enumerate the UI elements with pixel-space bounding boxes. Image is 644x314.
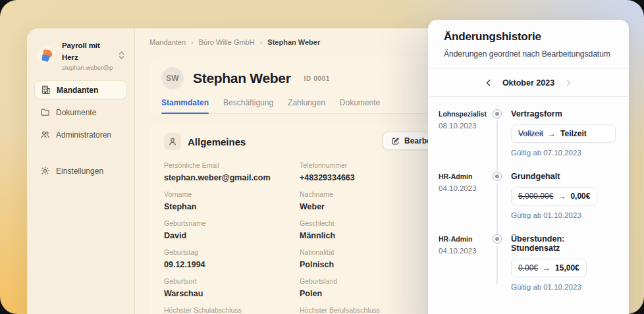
field-geburtstag: Geburtstag 09.12.1994 [164,248,300,269]
app-logo [37,45,57,65]
arrow-right-icon: → [543,263,550,273]
profile-header-card: SW Stephan Weber ID 0001 Stammdaten Besc… [149,57,455,114]
change-value-box: 5,000.00€ → 0,00€ [511,187,597,205]
sidebar-item-label: Mandanten [57,86,98,95]
timeline-line [496,246,498,284]
app-screen: Payroll mit Herz stephan.weber@p... Mand… [0,0,644,314]
history-entries: Lohnspezialist 08.10.2023 Vertragsform V… [428,97,629,314]
tab-beschaeftigung[interactable]: Beschäftigung [223,98,273,113]
field-hoechster-berufsabschluss: Höchster Berufsabschluss Promotion [300,306,441,314]
sidebar-item-label: Einstellungen [56,167,103,176]
field-geburtsland: Geburtsland Polen [300,277,441,298]
workspace-email: stephan.weber@p... [62,64,113,71]
pencil-icon [391,137,400,145]
entry-field-name: Grundgehalt [511,172,616,181]
old-value: 0.00€ [518,263,538,273]
field-nachname: Nachname Weber [300,190,441,211]
month-navigator: Oktober 2023 [428,69,629,96]
new-value: Teilzeit [560,129,587,138]
entry-date: 04.10.2023 [439,247,489,255]
entry-date: 04.10.2023 [439,184,489,192]
breadcrumb-separator: › [191,38,194,46]
sidebar-item-mandanten[interactable]: Mandanten [34,80,127,99]
avatar: SW [161,67,184,90]
folder-icon [40,107,50,117]
field-geburtsort: Geburtsort Warschau [164,277,300,298]
breadcrumb-item[interactable]: Mandanten [149,38,186,46]
field-geschlecht: Geschlecht Männlich [300,219,441,240]
field-nationalitaet: Nationalität Polnisch [300,248,441,269]
month-label: Oktober 2023 [502,78,554,88]
chevron-up-down-icon [119,51,124,60]
timeline-dot-icon [493,109,502,118]
old-value: Vollzeit [518,129,543,138]
chevron-left-icon[interactable] [485,79,493,87]
person-icon [164,133,181,150]
tab-zahlungen[interactable]: Zahlungen [288,98,325,113]
general-fields: Persönliche Email stephan.weber@gmail.co… [164,161,441,314]
sidebar-item-label: Administratoren [56,130,111,140]
timeline-dot-icon [493,234,502,244]
workspace-name: Payroll mit Herz [62,41,100,61]
workspace-switcher[interactable]: Payroll mit Herz stephan.weber@p... [34,35,127,80]
breadcrumb-separator: › [260,38,263,46]
timeline-dot-icon [493,172,502,181]
field-hoechster-schulabschluss: Höchster Schulabschluss Abitur/Fachabitu… [164,306,300,314]
old-value: 5,000.00€ [518,192,553,201]
arrow-right-icon: → [548,129,556,138]
field-vorname: Vorname Stephan [164,190,300,211]
change-history-panel: Änderungshistorie Änderungen geordnet na… [428,20,629,314]
people-icon [40,130,50,140]
tab-dokumente[interactable]: Dokumente [340,98,380,113]
field-geburtsname: Geburtsname David [164,219,300,240]
building-icon [41,85,51,95]
gear-icon [40,166,50,176]
change-value-box: 0.00€ → 15,00€ [511,259,587,277]
profile-tabs: Stammdaten Beschäftigung Zahlungen Dokum… [161,98,443,114]
new-value: 0,00€ [570,192,590,201]
entry-field-name: Vertragsform [511,109,616,118]
entry-field-name: Überstunden: Stundensatz [511,234,616,253]
new-value: 15,00€ [555,263,579,273]
arrow-right-icon: → [558,192,566,201]
entry-date: 08.10.2023 [439,122,489,130]
breadcrumb-current: Stephan Weber [267,38,320,46]
page-title: Stephan Weber [193,70,291,86]
history-entry: HR-Admin 04.10.2023 Überstunden: Stunden… [439,234,616,291]
field-telefonnummer: Telefonnummer +48329334663 [300,161,441,182]
tab-stammdaten[interactable]: Stammdaten [161,98,209,113]
sidebar: Payroll mit Herz stephan.weber@p... Mand… [27,28,135,314]
entry-author: Lohnspezialist [439,110,489,118]
section-title: Allgemeines [188,136,246,147]
employee-id: ID 0001 [304,75,330,82]
field-persoenliche-email: Persönliche Email stephan.weber@gmail.co… [164,161,300,182]
valid-from: Gültig ab 01.10.2023 [511,211,616,219]
sidebar-item-einstellungen[interactable]: Einstellungen [34,161,127,180]
sidebar-nav: Mandanten Dokumente Administratoren [34,80,127,180]
breadcrumb-item[interactable]: Büro Wille GmbH [199,38,255,46]
sidebar-item-label: Dokumente [56,108,96,117]
general-info-card: Allgemeines Bearbeiten Persönliche Email… [149,123,455,314]
timeline-line [496,120,498,172]
history-entry: HR-Admin 04.10.2023 Grundgehalt 5,000.00… [439,172,616,219]
entry-author: HR-Admin [439,235,489,243]
history-entry: Lohnspezialist 08.10.2023 Vertragsform V… [439,109,616,157]
valid-from: Gültig ab 07.10.2023 [511,149,616,157]
panel-title: Änderungshistorie [444,30,613,43]
sidebar-item-dokumente[interactable]: Dokumente [34,103,127,122]
sidebar-item-administratoren[interactable]: Administratoren [34,125,127,144]
change-value-box: Vollzeit → Teilzeit [511,124,616,143]
chevron-right-icon[interactable] [564,79,572,87]
timeline-line [496,183,498,234]
valid-from: Gültig ab 01.10.2023 [511,283,616,291]
panel-subtitle: Änderungen geordnet nach Bearbeitungsdat… [444,49,613,59]
entry-author: HR-Admin [439,172,489,180]
